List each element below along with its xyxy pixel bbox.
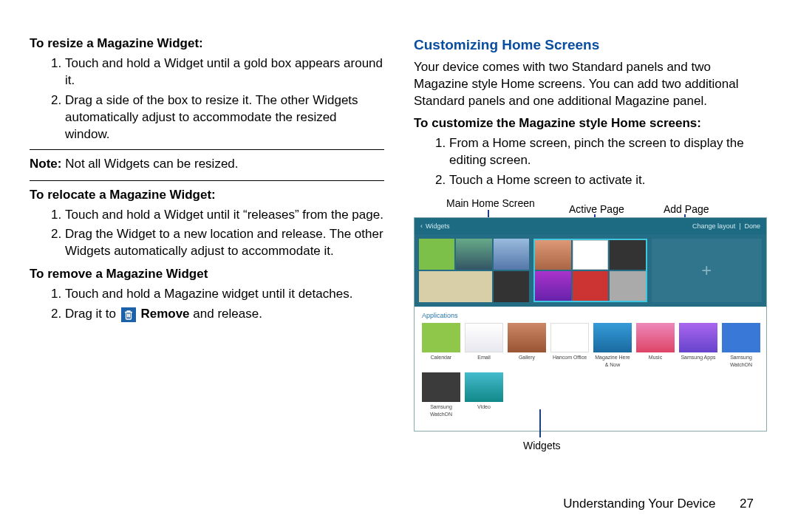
left-column: To resize a Magazine Widget: Touch and h… bbox=[30, 30, 384, 461]
trash-icon bbox=[121, 307, 136, 322]
list-text: Drag it to bbox=[65, 307, 120, 321]
customize-heading: To customize the Magazine style Home scr… bbox=[414, 115, 768, 132]
relocate-list: Touch and hold a Widget until it “releas… bbox=[30, 207, 384, 261]
list-item: From a Home screen, pinch the screen to … bbox=[449, 135, 768, 169]
widget-label: Calendar bbox=[431, 355, 451, 360]
widget-item: Samsung WatchON bbox=[722, 323, 760, 368]
callout-widgets: Widgets bbox=[523, 439, 561, 453]
chevron-left-icon: ‹ bbox=[420, 222, 423, 231]
callout-add: Add Page bbox=[664, 202, 709, 216]
resize-heading: To resize a Magazine Widget: bbox=[30, 35, 384, 52]
screenshot-header: ‹ Widgets Change layout | Done bbox=[415, 218, 766, 234]
right-column: Customizing Home Screens Your device com… bbox=[414, 30, 768, 461]
widget-item: Gallery bbox=[508, 323, 546, 368]
note-label: Note: bbox=[30, 157, 61, 171]
widget-label: Email bbox=[477, 355, 491, 360]
list-item: Touch and hold a Magazine widget until i… bbox=[65, 286, 384, 303]
callout-main: Main Home Screen bbox=[446, 197, 535, 211]
widget-row-1: Calendar Email Gallery Hancom Office Mag… bbox=[422, 323, 759, 368]
widget-label: Gallery bbox=[519, 355, 535, 360]
divider bbox=[30, 180, 384, 181]
applications-label: Applications bbox=[422, 311, 759, 320]
list-text: From a Home screen, pinch the screen to … bbox=[449, 136, 744, 167]
footer-page-number: 27 bbox=[740, 497, 754, 511]
list-item: Touch a Home screen to activate it. bbox=[449, 172, 768, 189]
page-footer: Understanding Your Device 27 bbox=[563, 496, 754, 513]
widget-label: Samsung Apps bbox=[681, 355, 715, 360]
resize-list: Touch and hold a Widget until a gold box… bbox=[30, 55, 384, 143]
widget-item: Magazine Here & Now bbox=[593, 323, 632, 368]
remove-list: Touch and hold a Magazine widget until i… bbox=[30, 286, 384, 323]
footer-chapter: Understanding Your Device bbox=[563, 497, 715, 511]
panels-row: + bbox=[415, 234, 766, 307]
intro-paragraph: Your device comes with two Standard pane… bbox=[414, 59, 768, 110]
list-item: Touch and hold a Widget until it “releas… bbox=[65, 207, 384, 224]
plus-icon: + bbox=[701, 259, 712, 282]
relocate-heading: To relocate a Magazine Widget: bbox=[30, 187, 384, 204]
note-line: Note: Not all Widgets can be resized. bbox=[30, 156, 384, 173]
list-text: Touch and hold a Widget until it “releas… bbox=[65, 208, 383, 222]
remove-heading: To remove a Magazine Widget bbox=[30, 266, 384, 283]
callout-labels-bottom: Widgets bbox=[414, 432, 768, 461]
widget-item: Hancom Office bbox=[550, 323, 589, 368]
callout-active: Active Page bbox=[569, 202, 624, 216]
widgets-area: Applications Calendar Email Gallery Hanc… bbox=[415, 307, 766, 425]
callout-line bbox=[539, 409, 541, 437]
list-item: Drag the Widget to a new location and re… bbox=[65, 226, 384, 260]
list-text: Touch a Home screen to activate it. bbox=[449, 173, 646, 187]
widget-row-2: Samsung WatchON Video bbox=[422, 372, 759, 417]
widget-label: Music bbox=[649, 355, 662, 360]
add-page-panel: + bbox=[652, 239, 762, 302]
widget-item: Video bbox=[465, 372, 503, 417]
list-item: Drag it to Remove and release. bbox=[65, 306, 384, 323]
device-screenshot: ‹ Widgets Change layout | Done bbox=[414, 217, 767, 432]
note-text: Not all Widgets can be resized. bbox=[61, 157, 238, 171]
list-item: Drag a side of the box to resize it. The… bbox=[65, 92, 384, 143]
main-home-panel bbox=[419, 239, 529, 302]
list-text: Drag the Widget to a new location and re… bbox=[65, 227, 383, 258]
header-title: Widgets bbox=[426, 222, 450, 231]
done-link: Done bbox=[744, 222, 760, 230]
widget-label: Hancom Office bbox=[553, 355, 587, 360]
widget-item: Music bbox=[636, 323, 675, 368]
widget-label: Magazine Here & Now bbox=[595, 355, 630, 366]
change-layout-link: Change layout bbox=[692, 222, 735, 230]
section-heading: Customizing Home Screens bbox=[414, 35, 768, 55]
widget-item: Calendar bbox=[422, 323, 460, 368]
list-text: and release. bbox=[190, 307, 262, 321]
list-text: Drag a side of the box to resize it. The… bbox=[65, 93, 358, 141]
widget-item: Email bbox=[465, 323, 503, 368]
widget-item: Samsung Apps bbox=[679, 323, 717, 368]
active-page-panel bbox=[533, 239, 647, 302]
customize-list: From a Home screen, pinch the screen to … bbox=[414, 135, 768, 189]
widget-label: Samsung WatchON bbox=[430, 404, 452, 416]
list-item: Touch and hold a Widget until a gold box… bbox=[65, 55, 384, 89]
remove-label: Remove bbox=[140, 307, 189, 321]
widget-label: Samsung WatchON bbox=[730, 355, 752, 366]
widget-item: Samsung WatchON bbox=[422, 372, 460, 417]
list-text: Touch and hold a Widget until a gold box… bbox=[65, 56, 383, 87]
divider bbox=[30, 149, 384, 150]
callout-labels-top: Main Home Screen Active Page Add Page bbox=[414, 197, 768, 217]
widget-label: Video bbox=[477, 404, 491, 409]
list-text: Touch and hold a Magazine widget until i… bbox=[65, 287, 352, 301]
